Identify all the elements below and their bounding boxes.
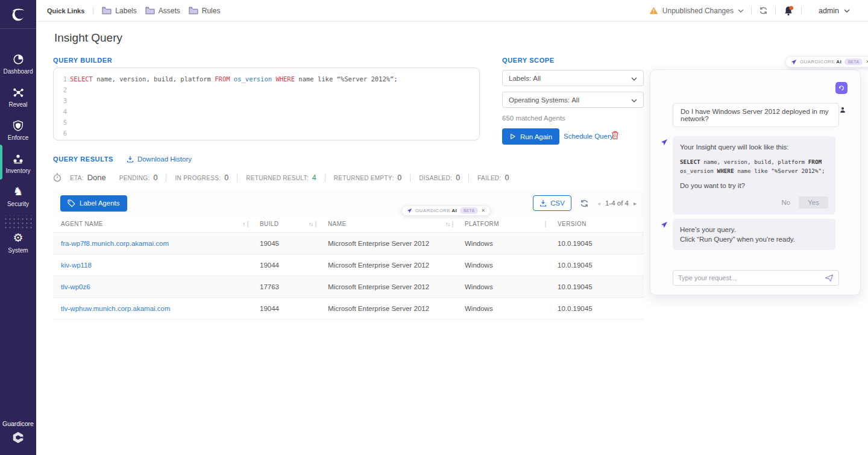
yes-button[interactable]: Yes bbox=[799, 196, 828, 209]
query-editor[interactable]: 1 SELECT name, version, build, platform … bbox=[53, 67, 480, 140]
query-results-label: QUERY RESULTS bbox=[53, 155, 113, 163]
stat-pending: PENDING:0 bbox=[119, 174, 158, 182]
bell-icon bbox=[783, 5, 794, 16]
ai-message-question: Do you want to try it? bbox=[680, 181, 828, 190]
sidebar-footer: Guardicore bbox=[0, 420, 36, 447]
clock-icon bbox=[552, 132, 560, 140]
sidebar-item-label: Security bbox=[7, 201, 29, 207]
sidebar-item-dashboard[interactable]: Dashboard bbox=[0, 49, 36, 83]
notifications-button[interactable] bbox=[783, 5, 794, 16]
column-header-name[interactable]: NAME↑↓ bbox=[320, 221, 457, 227]
sidebar-nav: Dashboard Reveal Enforce Inventory ♞ Sec… bbox=[0, 49, 36, 262]
refresh-results-button[interactable] bbox=[580, 199, 589, 208]
chevron-down-icon bbox=[631, 77, 637, 81]
guardicore-ai-pill[interactable]: GUARDICOREAI BETA ✕ bbox=[785, 56, 868, 67]
beta-badge: BETA bbox=[460, 207, 478, 214]
send-button[interactable] bbox=[825, 274, 834, 282]
admin-menu[interactable]: admin bbox=[819, 7, 850, 15]
os-filter-dropdown[interactable]: Operating Systems: All bbox=[502, 92, 644, 108]
labels-filter-dropdown[interactable]: Labels: All bbox=[502, 70, 644, 86]
sidebar-item-system[interactable]: ⚙ System bbox=[0, 228, 36, 262]
ai-message-bubble: Your Insight query will look like this: … bbox=[673, 136, 835, 215]
line-number: 2 bbox=[54, 84, 67, 95]
sidebar-item-security[interactable]: ♞ Security bbox=[0, 182, 36, 215]
column-header-agent-name[interactable]: AGENT NAME↑ bbox=[53, 221, 252, 227]
agent-link[interactable]: tlv-wp0z6 bbox=[61, 283, 90, 290]
column-divider[interactable] bbox=[545, 221, 546, 227]
column-header-build[interactable]: BUILD↑↓ bbox=[252, 221, 320, 227]
os-name-cell: Microsoft Enterprise Server 2012 bbox=[320, 305, 457, 312]
inventory-icon bbox=[11, 151, 25, 166]
agent-link[interactable]: kiv-wp118 bbox=[61, 262, 92, 269]
topbar-link-assets[interactable]: Assets bbox=[145, 7, 180, 15]
sidebar-item-enforce[interactable]: Enforce bbox=[0, 116, 36, 149]
export-csv-button[interactable]: CSV bbox=[533, 195, 571, 211]
column-divider[interactable] bbox=[452, 221, 453, 227]
guardicore-wordmark: Guardicore bbox=[0, 420, 36, 427]
platform-cell: Windows bbox=[457, 262, 550, 269]
sort-icon[interactable]: ↑↓ bbox=[309, 221, 313, 227]
stopwatch-icon bbox=[53, 173, 61, 182]
sidebar-item-label: System bbox=[8, 247, 28, 254]
label-agents-button[interactable]: Label Agents bbox=[60, 195, 127, 212]
column-header-platform[interactable]: PLATFORM bbox=[457, 221, 550, 227]
page-next-button[interactable]: ▸ bbox=[634, 200, 637, 207]
run-again-button[interactable]: Run Again bbox=[502, 128, 559, 145]
folder-icon bbox=[189, 7, 198, 14]
chat-input-container bbox=[673, 270, 839, 286]
stat-returned-empty: RETURNED EMPTY:0 bbox=[334, 174, 401, 182]
guardicore-ai-pill[interactable]: GUARDICOREAI BETA ✕ bbox=[401, 206, 491, 216]
platform-cell: Windows bbox=[457, 240, 550, 247]
ai-plane-icon bbox=[661, 137, 668, 148]
os-name-cell: Microsoft Enterprise Server 2012 bbox=[320, 262, 457, 269]
stat-divider bbox=[325, 174, 326, 182]
table-row[interactable]: fra-wp7f8.munich.corp.akamai.com 19045 M… bbox=[53, 233, 644, 254]
version-cell: 10.0.19045 bbox=[550, 283, 644, 290]
table-row[interactable]: kiv-wp118 19044 Microsoft Enterprise Ser… bbox=[53, 254, 644, 276]
restart-conversation-button[interactable] bbox=[835, 82, 848, 94]
topbar-link-labels[interactable]: Labels bbox=[102, 7, 136, 15]
close-icon[interactable]: ✕ bbox=[481, 208, 485, 213]
sidebar-item-label: Dashboard bbox=[4, 68, 33, 75]
line-number: 5 bbox=[54, 117, 67, 128]
schedule-query-link[interactable]: Schedule Query bbox=[552, 132, 613, 140]
download-history-link[interactable]: Download History bbox=[127, 155, 192, 163]
sort-asc-icon[interactable]: ↑ bbox=[243, 221, 245, 227]
table-row[interactable]: tlv-wp0z6 17763 Microsoft Enterprise Ser… bbox=[53, 276, 644, 298]
topbar-divider bbox=[751, 7, 752, 15]
column-divider[interactable] bbox=[247, 221, 248, 227]
no-button[interactable]: No bbox=[782, 199, 791, 206]
sidebar-item-label: Reveal bbox=[8, 101, 27, 108]
stat-returned-result: RETURNED RESULT:4 bbox=[246, 174, 316, 182]
page-prev-button[interactable]: ◂ bbox=[597, 200, 600, 207]
sort-icon[interactable]: ↑↓ bbox=[445, 221, 450, 227]
table-row[interactable]: tlv-wphuw.munich.corp.akamai.com 19044 M… bbox=[53, 298, 644, 319]
pagination: ◂ 1-4 of 4 ▸ bbox=[597, 199, 637, 207]
column-header-version[interactable]: VERSION bbox=[550, 221, 644, 227]
query-line-1: SELECT name, version, build, platform FR… bbox=[67, 74, 398, 84]
agent-link[interactable]: tlv-wphuw.munich.corp.akamai.com bbox=[61, 305, 171, 312]
close-icon[interactable]: ✕ bbox=[866, 59, 868, 64]
sync-button[interactable] bbox=[759, 6, 768, 15]
stat-failed: FAILED:0 bbox=[477, 174, 509, 182]
sidebar-item-reveal[interactable]: Reveal bbox=[0, 83, 36, 116]
sidebar-item-inventory[interactable]: Inventory bbox=[0, 149, 36, 182]
line-number: 3 bbox=[54, 95, 67, 106]
quick-links-button[interactable]: Quick Links bbox=[47, 7, 84, 14]
unpublished-changes-dropdown[interactable]: Unpublished Changes bbox=[649, 7, 744, 15]
column-divider[interactable] bbox=[315, 221, 316, 227]
folder-icon bbox=[102, 7, 112, 14]
stat-divider bbox=[237, 174, 237, 182]
delete-query-button[interactable] bbox=[611, 131, 619, 142]
topbar-link-rules[interactable]: Rules bbox=[189, 7, 221, 15]
version-cell: 10.0.19045 bbox=[550, 305, 644, 312]
agent-link[interactable]: fra-wp7f8.munich.corp.akamai.com bbox=[61, 240, 169, 247]
chat-input[interactable] bbox=[678, 274, 825, 281]
tag-icon bbox=[68, 199, 75, 207]
user-message-bubble: Do I have Windows Server 2012 deployed i… bbox=[673, 103, 839, 127]
akamai-logo[interactable] bbox=[0, 0, 36, 29]
stat-eta: ETA:Done bbox=[70, 173, 106, 182]
sidebar-item-label: Enforce bbox=[8, 134, 28, 141]
download-icon bbox=[127, 155, 134, 163]
beta-badge: BETA bbox=[844, 58, 863, 65]
